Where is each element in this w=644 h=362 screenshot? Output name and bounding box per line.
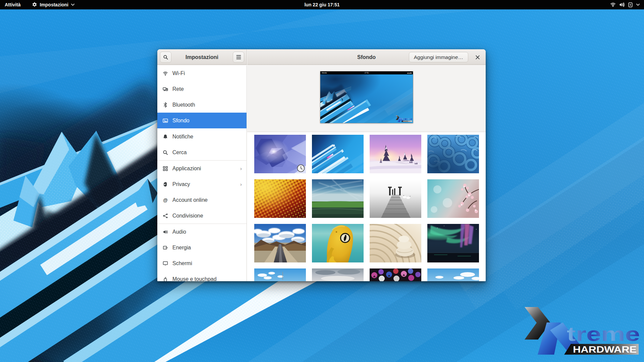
svg-text:HARDWARE: HARDWARE <box>573 345 637 355</box>
svg-text:@: @ <box>163 197 168 203</box>
svg-text:treme: treme <box>567 323 640 345</box>
